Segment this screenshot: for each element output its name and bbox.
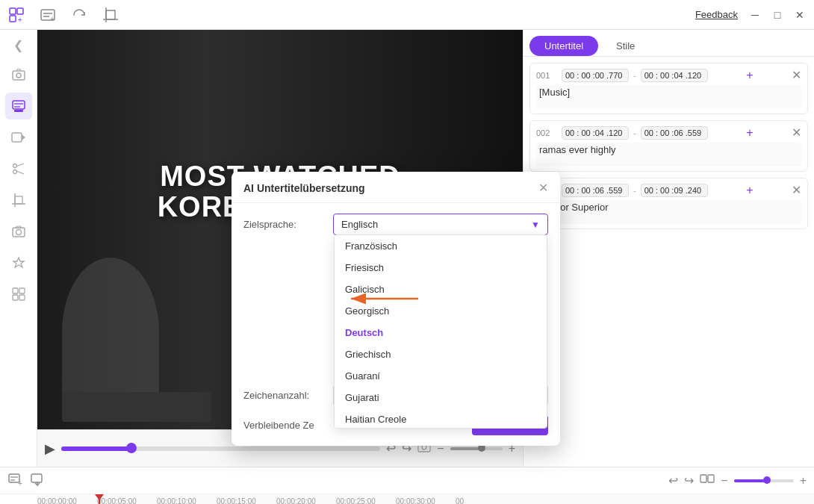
add-subtitle-icon[interactable]: + <box>37 4 58 25</box>
entry-3-time-end[interactable] <box>641 184 708 197</box>
maximize-button[interactable]: □ <box>769 7 786 23</box>
entry-2-num: 002 <box>536 128 557 137</box>
entry-2-time-end[interactable] <box>641 126 708 140</box>
entry-3-remove[interactable]: ✕ <box>792 183 801 197</box>
redo-timeline-button[interactable]: ↪ <box>684 473 694 488</box>
svg-marker-18 <box>22 134 25 140</box>
svg-line-22 <box>16 171 24 174</box>
target-lang-row: Zielsprache: Englisch ▼ Französisch Frie… <box>243 214 548 235</box>
undo-timeline-button[interactable]: ↩ <box>668 473 678 488</box>
right-panel-tabs: Untertitel Stile <box>523 30 814 57</box>
entry-3-add[interactable]: + <box>746 184 753 197</box>
entry-1-text[interactable]: [Music] <box>536 85 801 109</box>
right-panel: Untertitel Stile 001 - + ✕ [Music] 002 <box>523 30 814 467</box>
svg-rect-29 <box>13 288 18 293</box>
svg-rect-30 <box>19 288 25 293</box>
target-lang-select[interactable]: Englisch ▼ Französisch Friesisch Galicis… <box>333 214 548 235</box>
ruler-mark-5: 00:00:25:00 <box>336 497 396 504</box>
sidebar-collapse-button[interactable]: ❮ <box>5 36 32 54</box>
sidebar-item-subtitle[interactable] <box>5 93 32 119</box>
sidebar-item-watermark[interactable] <box>5 249 32 276</box>
sidebar: ❮ <box>0 30 37 467</box>
ai-dialog-header: AI Untertitelübersetzung ✕ <box>232 172 560 203</box>
ai-dialog-body: Zielsprache: Englisch ▼ Französisch Frie… <box>232 203 560 446</box>
svg-rect-2 <box>10 16 16 22</box>
zoom-slider-track[interactable] <box>734 479 794 482</box>
entry-1-header: 001 - + ✕ <box>536 68 801 82</box>
sidebar-item-cut[interactable] <box>5 155 32 182</box>
subtitle-entries: 001 - + ✕ [Music] 002 - + ✕ <box>523 57 814 467</box>
target-lang-label: Zielsprache: <box>243 219 326 230</box>
play-button[interactable]: ▶ <box>45 441 55 457</box>
entry-2-time-start[interactable] <box>562 126 629 140</box>
timeline-scroll-area: 00:00:00:00 00:00:05:00 00:00:10:00 00:0… <box>0 494 814 504</box>
track-labels <box>0 494 37 504</box>
ruler-mark-6: 00:00:30:00 <box>396 497 456 504</box>
dropdown-item-guarani[interactable]: Guaraní <box>335 365 547 387</box>
svg-rect-25 <box>15 196 22 204</box>
crop-icon[interactable] <box>100 4 121 25</box>
entry-3-time-start[interactable] <box>562 184 629 197</box>
svg-rect-8 <box>106 10 115 19</box>
svg-rect-13 <box>13 101 25 109</box>
sidebar-item-crop[interactable] <box>5 187 32 214</box>
svg-rect-31 <box>13 295 18 300</box>
entry-1-add[interactable]: + <box>746 69 753 82</box>
subtitle-add-toolbar-icon[interactable]: + <box>7 472 22 490</box>
split-timeline-button[interactable] <box>700 471 715 490</box>
entry-1-time-end[interactable] <box>641 69 708 82</box>
svg-rect-17 <box>12 133 22 142</box>
ctrl-zoom-track[interactable] <box>450 447 503 450</box>
feedback-button[interactable]: Feedback <box>692 7 741 22</box>
entry-1-remove[interactable]: ✕ <box>792 68 801 82</box>
timeline-area: + ↩ ↪ − + 00:00:00:00 00:00:05:00 00:00:… <box>0 467 814 504</box>
progress-bar[interactable] <box>61 447 380 451</box>
svg-point-20 <box>13 170 16 174</box>
sidebar-item-video[interactable] <box>5 124 32 151</box>
svg-point-12 <box>16 73 21 78</box>
ruler-mark-1: 00:00:05:00 <box>97 497 157 504</box>
dropdown-item-galicisch[interactable]: Galicisch <box>335 279 547 300</box>
add-clip-icon[interactable]: + <box>6 4 27 25</box>
language-dropdown: Französisch Friesisch Galicisch Georgisc… <box>334 234 547 429</box>
dropdown-item-georgisch[interactable]: Georgisch <box>335 300 547 322</box>
zoom-in-timeline[interactable]: + <box>800 474 807 488</box>
sidebar-item-camera[interactable] <box>5 61 32 88</box>
export-subtitle-toolbar-icon[interactable] <box>30 472 45 490</box>
char-count-label: Zeichenanzahl: <box>243 390 326 401</box>
zoom-out-timeline[interactable]: − <box>721 474 727 488</box>
dropdown-item-griechisch[interactable]: Griechisch <box>335 343 547 365</box>
timeline-toolbar: + ↩ ↪ − + <box>0 467 814 494</box>
ai-dialog: AI Untertitelübersetzung ✕ Zielsprache: … <box>232 172 560 446</box>
dropdown-item-deutsch[interactable]: Deutsch <box>335 322 547 343</box>
dropdown-item-haitian[interactable]: Haitian Creole <box>335 408 547 429</box>
dropdown-item-friesisch[interactable]: Friesisch <box>335 257 547 279</box>
svg-text:+: + <box>18 479 22 487</box>
playhead <box>99 494 100 504</box>
ruler-mark-7: 00 <box>456 497 485 504</box>
subtitle-entry-2: 002 - + ✕ ramas ever highly <box>529 120 808 172</box>
rotate-icon[interactable] <box>69 4 90 25</box>
tab-subtitle[interactable]: Untertitel <box>529 36 598 56</box>
entry-3-text[interactable]: ake for Superior <box>536 200 801 224</box>
svg-rect-32 <box>19 295 25 300</box>
sidebar-item-snapshot[interactable] <box>5 218 32 245</box>
svg-rect-40 <box>31 474 42 482</box>
entry-1-time-start[interactable] <box>562 69 629 82</box>
svg-rect-0 <box>10 8 16 14</box>
dropdown-item-francais[interactable]: Französisch <box>335 235 547 257</box>
entry-1-num: 001 <box>536 71 557 80</box>
subtitle-entry-3: 003 - + ✕ ake for Superior <box>529 178 808 229</box>
entry-2-text[interactable]: ramas ever highly <box>536 143 801 167</box>
entry-2-remove[interactable]: ✕ <box>792 125 801 140</box>
dropdown-item-gujarati[interactable]: Gujarati <box>335 387 547 408</box>
close-button[interactable]: ✕ <box>792 7 808 23</box>
target-lang-value: Englisch <box>341 219 378 230</box>
subtitle-entry-1: 001 - + ✕ [Music] <box>529 63 808 114</box>
entry-2-add[interactable]: + <box>746 126 753 140</box>
ai-dialog-close-button[interactable]: ✕ <box>538 181 548 195</box>
tab-style[interactable]: Stile <box>601 36 650 56</box>
ruler-mark-3: 00:00:15:00 <box>217 497 276 504</box>
minimize-button[interactable]: ─ <box>747 7 763 23</box>
sidebar-item-grid[interactable] <box>5 281 32 308</box>
